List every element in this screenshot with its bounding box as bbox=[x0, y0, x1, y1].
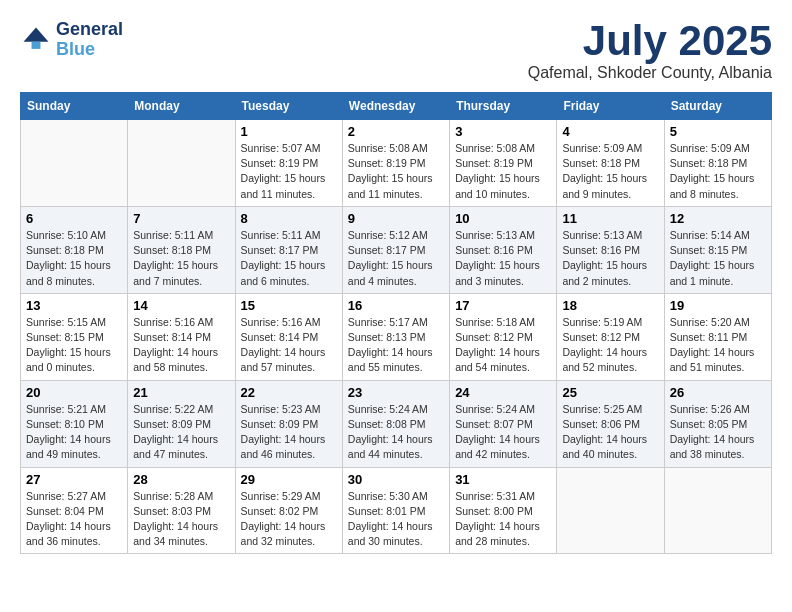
day-number: 13 bbox=[26, 298, 122, 313]
calendar-cell: 29Sunrise: 5:29 AM Sunset: 8:02 PM Dayli… bbox=[235, 467, 342, 554]
weekday-header-saturday: Saturday bbox=[664, 93, 771, 120]
title-block: July 2025 Qafemal, Shkoder County, Alban… bbox=[528, 20, 772, 82]
calendar-cell: 24Sunrise: 5:24 AM Sunset: 8:07 PM Dayli… bbox=[450, 380, 557, 467]
calendar-cell: 8Sunrise: 5:11 AM Sunset: 8:17 PM Daylig… bbox=[235, 206, 342, 293]
day-number: 5 bbox=[670, 124, 766, 139]
logo: General Blue bbox=[20, 20, 123, 60]
calendar-week-row: 13Sunrise: 5:15 AM Sunset: 8:15 PM Dayli… bbox=[21, 293, 772, 380]
day-info: Sunrise: 5:14 AM Sunset: 8:15 PM Dayligh… bbox=[670, 228, 766, 289]
day-info: Sunrise: 5:25 AM Sunset: 8:06 PM Dayligh… bbox=[562, 402, 658, 463]
day-number: 20 bbox=[26, 385, 122, 400]
calendar-cell: 14Sunrise: 5:16 AM Sunset: 8:14 PM Dayli… bbox=[128, 293, 235, 380]
day-number: 16 bbox=[348, 298, 444, 313]
calendar-cell: 4Sunrise: 5:09 AM Sunset: 8:18 PM Daylig… bbox=[557, 120, 664, 207]
page-header: General Blue July 2025 Qafemal, Shkoder … bbox=[20, 20, 772, 82]
calendar-cell: 15Sunrise: 5:16 AM Sunset: 8:14 PM Dayli… bbox=[235, 293, 342, 380]
calendar-week-row: 20Sunrise: 5:21 AM Sunset: 8:10 PM Dayli… bbox=[21, 380, 772, 467]
weekday-header-wednesday: Wednesday bbox=[342, 93, 449, 120]
calendar-cell: 3Sunrise: 5:08 AM Sunset: 8:19 PM Daylig… bbox=[450, 120, 557, 207]
calendar-cell: 16Sunrise: 5:17 AM Sunset: 8:13 PM Dayli… bbox=[342, 293, 449, 380]
calendar-week-row: 1Sunrise: 5:07 AM Sunset: 8:19 PM Daylig… bbox=[21, 120, 772, 207]
weekday-header-thursday: Thursday bbox=[450, 93, 557, 120]
calendar-cell: 19Sunrise: 5:20 AM Sunset: 8:11 PM Dayli… bbox=[664, 293, 771, 380]
day-info: Sunrise: 5:16 AM Sunset: 8:14 PM Dayligh… bbox=[133, 315, 229, 376]
logo-line1: General bbox=[56, 20, 123, 40]
month-title: July 2025 bbox=[528, 20, 772, 62]
calendar-cell: 1Sunrise: 5:07 AM Sunset: 8:19 PM Daylig… bbox=[235, 120, 342, 207]
calendar-cell: 31Sunrise: 5:31 AM Sunset: 8:00 PM Dayli… bbox=[450, 467, 557, 554]
day-info: Sunrise: 5:22 AM Sunset: 8:09 PM Dayligh… bbox=[133, 402, 229, 463]
calendar-cell: 13Sunrise: 5:15 AM Sunset: 8:15 PM Dayli… bbox=[21, 293, 128, 380]
day-number: 4 bbox=[562, 124, 658, 139]
day-info: Sunrise: 5:16 AM Sunset: 8:14 PM Dayligh… bbox=[241, 315, 337, 376]
logo-icon bbox=[20, 24, 52, 56]
calendar-cell: 18Sunrise: 5:19 AM Sunset: 8:12 PM Dayli… bbox=[557, 293, 664, 380]
calendar-cell bbox=[128, 120, 235, 207]
day-info: Sunrise: 5:27 AM Sunset: 8:04 PM Dayligh… bbox=[26, 489, 122, 550]
calendar-cell: 30Sunrise: 5:30 AM Sunset: 8:01 PM Dayli… bbox=[342, 467, 449, 554]
day-number: 23 bbox=[348, 385, 444, 400]
day-number: 29 bbox=[241, 472, 337, 487]
calendar-cell: 20Sunrise: 5:21 AM Sunset: 8:10 PM Dayli… bbox=[21, 380, 128, 467]
day-number: 30 bbox=[348, 472, 444, 487]
day-info: Sunrise: 5:21 AM Sunset: 8:10 PM Dayligh… bbox=[26, 402, 122, 463]
calendar-cell: 7Sunrise: 5:11 AM Sunset: 8:18 PM Daylig… bbox=[128, 206, 235, 293]
day-info: Sunrise: 5:23 AM Sunset: 8:09 PM Dayligh… bbox=[241, 402, 337, 463]
day-number: 8 bbox=[241, 211, 337, 226]
day-number: 25 bbox=[562, 385, 658, 400]
calendar-cell: 9Sunrise: 5:12 AM Sunset: 8:17 PM Daylig… bbox=[342, 206, 449, 293]
weekday-header-monday: Monday bbox=[128, 93, 235, 120]
calendar-week-row: 6Sunrise: 5:10 AM Sunset: 8:18 PM Daylig… bbox=[21, 206, 772, 293]
day-info: Sunrise: 5:12 AM Sunset: 8:17 PM Dayligh… bbox=[348, 228, 444, 289]
day-info: Sunrise: 5:28 AM Sunset: 8:03 PM Dayligh… bbox=[133, 489, 229, 550]
day-number: 21 bbox=[133, 385, 229, 400]
day-info: Sunrise: 5:08 AM Sunset: 8:19 PM Dayligh… bbox=[455, 141, 551, 202]
calendar-cell: 12Sunrise: 5:14 AM Sunset: 8:15 PM Dayli… bbox=[664, 206, 771, 293]
day-number: 15 bbox=[241, 298, 337, 313]
day-number: 11 bbox=[562, 211, 658, 226]
calendar-cell: 5Sunrise: 5:09 AM Sunset: 8:18 PM Daylig… bbox=[664, 120, 771, 207]
day-number: 9 bbox=[348, 211, 444, 226]
calendar-cell: 25Sunrise: 5:25 AM Sunset: 8:06 PM Dayli… bbox=[557, 380, 664, 467]
day-number: 17 bbox=[455, 298, 551, 313]
day-number: 27 bbox=[26, 472, 122, 487]
logo-line2: Blue bbox=[56, 40, 123, 60]
day-info: Sunrise: 5:13 AM Sunset: 8:16 PM Dayligh… bbox=[562, 228, 658, 289]
day-number: 18 bbox=[562, 298, 658, 313]
day-number: 1 bbox=[241, 124, 337, 139]
calendar-cell bbox=[21, 120, 128, 207]
day-info: Sunrise: 5:19 AM Sunset: 8:12 PM Dayligh… bbox=[562, 315, 658, 376]
svg-rect-2 bbox=[32, 42, 41, 49]
day-info: Sunrise: 5:09 AM Sunset: 8:18 PM Dayligh… bbox=[670, 141, 766, 202]
logo-text: General Blue bbox=[56, 20, 123, 60]
day-info: Sunrise: 5:24 AM Sunset: 8:08 PM Dayligh… bbox=[348, 402, 444, 463]
calendar-cell: 23Sunrise: 5:24 AM Sunset: 8:08 PM Dayli… bbox=[342, 380, 449, 467]
calendar-cell bbox=[557, 467, 664, 554]
calendar-cell: 17Sunrise: 5:18 AM Sunset: 8:12 PM Dayli… bbox=[450, 293, 557, 380]
day-info: Sunrise: 5:07 AM Sunset: 8:19 PM Dayligh… bbox=[241, 141, 337, 202]
weekday-header-sunday: Sunday bbox=[21, 93, 128, 120]
day-number: 19 bbox=[670, 298, 766, 313]
day-info: Sunrise: 5:20 AM Sunset: 8:11 PM Dayligh… bbox=[670, 315, 766, 376]
calendar-cell bbox=[664, 467, 771, 554]
calendar-cell: 11Sunrise: 5:13 AM Sunset: 8:16 PM Dayli… bbox=[557, 206, 664, 293]
day-number: 2 bbox=[348, 124, 444, 139]
day-number: 12 bbox=[670, 211, 766, 226]
calendar-cell: 26Sunrise: 5:26 AM Sunset: 8:05 PM Dayli… bbox=[664, 380, 771, 467]
calendar-table: SundayMondayTuesdayWednesdayThursdayFrid… bbox=[20, 92, 772, 554]
day-info: Sunrise: 5:17 AM Sunset: 8:13 PM Dayligh… bbox=[348, 315, 444, 376]
day-info: Sunrise: 5:26 AM Sunset: 8:05 PM Dayligh… bbox=[670, 402, 766, 463]
calendar-cell: 6Sunrise: 5:10 AM Sunset: 8:18 PM Daylig… bbox=[21, 206, 128, 293]
day-number: 24 bbox=[455, 385, 551, 400]
calendar-cell: 2Sunrise: 5:08 AM Sunset: 8:19 PM Daylig… bbox=[342, 120, 449, 207]
day-info: Sunrise: 5:30 AM Sunset: 8:01 PM Dayligh… bbox=[348, 489, 444, 550]
location-subtitle: Qafemal, Shkoder County, Albania bbox=[528, 64, 772, 82]
day-number: 14 bbox=[133, 298, 229, 313]
calendar-cell: 27Sunrise: 5:27 AM Sunset: 8:04 PM Dayli… bbox=[21, 467, 128, 554]
day-info: Sunrise: 5:10 AM Sunset: 8:18 PM Dayligh… bbox=[26, 228, 122, 289]
weekday-header-row: SundayMondayTuesdayWednesdayThursdayFrid… bbox=[21, 93, 772, 120]
day-number: 6 bbox=[26, 211, 122, 226]
day-number: 31 bbox=[455, 472, 551, 487]
calendar-cell: 10Sunrise: 5:13 AM Sunset: 8:16 PM Dayli… bbox=[450, 206, 557, 293]
calendar-cell: 21Sunrise: 5:22 AM Sunset: 8:09 PM Dayli… bbox=[128, 380, 235, 467]
